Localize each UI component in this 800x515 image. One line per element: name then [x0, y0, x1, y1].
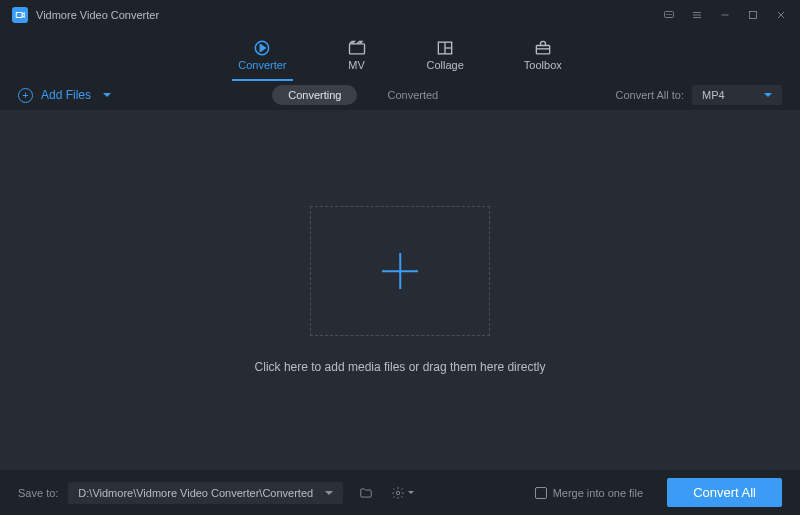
- convert-all-format: Convert All to: MP4: [616, 85, 782, 105]
- format-value: MP4: [702, 89, 725, 101]
- close-icon[interactable]: [774, 8, 788, 22]
- svg-rect-0: [16, 13, 22, 18]
- format-select[interactable]: MP4: [692, 85, 782, 105]
- tab-label: Toolbox: [524, 59, 562, 71]
- toolbox-icon: [533, 40, 553, 56]
- plus-circle-icon: +: [18, 88, 33, 103]
- svg-rect-18: [536, 45, 549, 53]
- save-path-value: D:\Vidmore\Vidmore Video Converter\Conve…: [78, 487, 313, 499]
- tab-label: MV: [348, 59, 365, 71]
- svg-point-3: [669, 14, 670, 15]
- window-controls: [662, 8, 788, 22]
- svg-marker-13: [261, 44, 266, 51]
- content-area: Click here to add media files or drag th…: [0, 110, 800, 470]
- dropzone-hint: Click here to add media files or drag th…: [255, 360, 546, 374]
- app-title: Vidmore Video Converter: [36, 9, 159, 21]
- chevron-down-icon: [325, 491, 333, 495]
- add-files-button[interactable]: + Add Files: [18, 88, 111, 103]
- maximize-icon[interactable]: [746, 8, 760, 22]
- save-path-select[interactable]: D:\Vidmore\Vidmore Video Converter\Conve…: [68, 482, 343, 504]
- tab-toolbox[interactable]: Toolbox: [518, 36, 568, 75]
- status-tab-converted[interactable]: Converted: [371, 85, 454, 105]
- merge-checkbox[interactable]: Merge into one file: [535, 487, 644, 499]
- chevron-down-icon: [764, 93, 772, 97]
- save-to-label: Save to:: [18, 487, 58, 499]
- gear-icon: [391, 486, 405, 500]
- tab-label: Converter: [238, 59, 286, 71]
- minimize-icon[interactable]: [718, 8, 732, 22]
- plus-icon: [382, 253, 418, 289]
- convert-all-label: Convert All to:: [616, 89, 684, 101]
- collage-icon: [435, 40, 455, 56]
- tab-collage[interactable]: Collage: [421, 36, 470, 75]
- settings-button[interactable]: [389, 480, 415, 506]
- converter-icon: [252, 40, 272, 56]
- toolbar: + Add Files Converting Converted Convert…: [0, 80, 800, 110]
- svg-point-4: [671, 14, 672, 15]
- open-folder-button[interactable]: [353, 480, 379, 506]
- tab-mv[interactable]: MV: [341, 36, 373, 75]
- merge-label: Merge into one file: [553, 487, 644, 499]
- main-tabs: Converter MV Collage Toolbox: [0, 30, 800, 80]
- tab-converter[interactable]: Converter: [232, 36, 292, 75]
- checkbox-icon: [535, 487, 547, 499]
- svg-point-2: [667, 14, 668, 15]
- menu-icon[interactable]: [690, 8, 704, 22]
- tab-label: Collage: [427, 59, 464, 71]
- add-files-label: Add Files: [41, 88, 91, 102]
- svg-rect-9: [750, 12, 757, 19]
- dropzone[interactable]: [310, 206, 490, 336]
- bottombar: Save to: D:\Vidmore\Vidmore Video Conver…: [0, 470, 800, 515]
- chevron-down-icon: [103, 93, 111, 97]
- titlebar: Vidmore Video Converter: [0, 0, 800, 30]
- chevron-down-icon: [408, 491, 414, 494]
- svg-point-20: [396, 491, 400, 495]
- folder-icon: [359, 486, 373, 500]
- mv-icon: [347, 40, 367, 56]
- app-logo-icon: [12, 7, 28, 23]
- svg-rect-14: [349, 43, 364, 53]
- convert-all-button[interactable]: Convert All: [667, 478, 782, 507]
- feedback-icon[interactable]: [662, 8, 676, 22]
- status-tab-converting[interactable]: Converting: [272, 85, 357, 105]
